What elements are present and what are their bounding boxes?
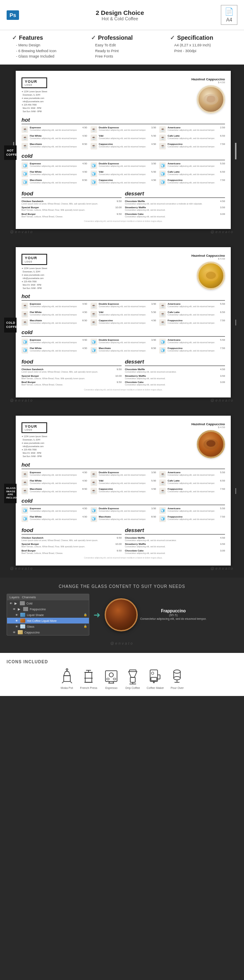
layers-panel[interactable]: Layers Channels 👁 ▶ Cold 👁 ▶ Frappuccino…	[7, 594, 89, 636]
fp: 9.50	[117, 368, 122, 371]
item-price: 4.50	[151, 143, 156, 145]
document-icon: 📄	[225, 7, 234, 16]
coffee-icon-7: ☕	[22, 143, 28, 149]
food-price: 10.00	[115, 206, 122, 209]
a4-label: A4	[226, 17, 232, 23]
list-item: 🧊Macchiato8.50Consectetur adipiscing eli…	[91, 347, 156, 354]
item-name: Double Espresso	[99, 126, 119, 129]
food-cat-header: food	[22, 190, 122, 198]
item-desc: Consectetur adipiscing elit, sed do eius…	[167, 173, 225, 176]
list-item: ☕Cafe Latte6.50Consectetur adipiscing el…	[159, 479, 225, 486]
fd: Beef Tomato, Lettuce, Wheat Bread, Chees…	[22, 552, 122, 555]
cli3: 🧊	[159, 339, 166, 345]
fp: 10.00	[115, 543, 122, 545]
moka-pot-label: Moka Pot	[61, 686, 73, 689]
list-item: Chocolate Cake3.00Consectetur adipiscing…	[125, 381, 225, 386]
cold-cat-2: cold	[22, 329, 225, 337]
check-icon-1: ✓	[12, 34, 17, 41]
gci5: 🧊	[91, 515, 97, 522]
header: Ps 2 Design Choice Hot & Cold Coffee 📄 A…	[0, 0, 244, 30]
list-item: 🧊Americano5.50Consectetur adipiscing eli…	[159, 507, 225, 514]
gci2: 🧊	[91, 507, 97, 514]
envato-watermark-1: @envato	[10, 230, 33, 234]
cold-coffee-label: COLDCOFFEE	[4, 318, 17, 332]
list-item: Special Burger10.00 Beef Tomato, Lettuce…	[22, 206, 122, 212]
fd: Beef Tomato, Lettuce, Wheat Bread, Chees…	[22, 383, 122, 386]
svg-point-35	[151, 672, 154, 674]
coffee-header-right-glass: Hazelnut Cappuccino $ 4.50	[191, 422, 225, 458]
ci4: ☕	[22, 311, 28, 318]
id: Consectetur adipiscing elit, sed do eius…	[167, 341, 225, 344]
frapp-price: ($5.5)	[140, 613, 206, 617]
folder-icon: ▶	[14, 602, 17, 605]
food-column-3: food Chicken Sandwich9.50Lorem ipsum dol…	[22, 524, 122, 555]
item-desc: Consectetur adipiscing elit, sed do eius…	[30, 181, 87, 184]
ip: 5.50	[220, 471, 225, 474]
gci3: 🧊	[159, 507, 166, 514]
list-item: Chocolate Waffle4.50 Consectetur adipisc…	[125, 200, 225, 205]
feature-title-features: ✓ Features	[12, 34, 43, 41]
hot-coffee-section: HOTCOFFEE ⑁ YOUR LOGO ✦ 1234 Lorem Ipsum…	[0, 65, 244, 241]
layer-name: Glass	[27, 625, 82, 628]
layer-glass[interactable]: 👁 Glass 🔒	[7, 624, 89, 629]
layer-hot-coffee[interactable]: 👁 Hot Coffee Liquid More	[7, 618, 89, 624]
menu-footer-hot: Consectetur adipiscing elit, sed do eius…	[22, 220, 225, 222]
layer-thumbnail	[20, 601, 25, 605]
feature-title-professional: ✓ Professional	[91, 34, 133, 41]
layer-name: Cappuccino	[24, 631, 87, 634]
ip: 4.50	[82, 303, 87, 305]
list-item: Chocolate Cake3.00 Consectetur adipiscin…	[125, 213, 225, 218]
ci5: ☕	[91, 311, 97, 318]
layer-cappuccino[interactable]: 👁 Cappuccino	[7, 629, 89, 635]
id: Consectetur adipiscing elit, sed do eius…	[99, 510, 156, 513]
list-item: ☕ Americano2.50 Consectetur adipiscing e…	[159, 126, 225, 133]
list-item: ☕ Flat White4.50 Consectetur adipiscing …	[22, 135, 87, 141]
layer-cold[interactable]: 👁 ▶ Cold	[7, 600, 89, 606]
item-price: 5.50	[151, 135, 156, 137]
list-item: ☕Americano5.50Consectetur adipiscing eli…	[159, 471, 225, 478]
layer-thumbnail	[20, 619, 25, 623]
ip: 6.50	[220, 479, 225, 482]
in: Cafe Latte	[167, 479, 179, 482]
hot-items-grid: ☕ Espresso4.50 Consectetur adipiscing el…	[22, 126, 225, 149]
cold-icon-3: 🧊	[159, 162, 166, 169]
features-bar: ✓ Features - Menu Design- 6 Brewing Meth…	[0, 30, 244, 65]
layer-frappuccino[interactable]: 👁 ▶ Frappuccino	[7, 606, 89, 612]
glass-coffee-menu-card: YOUR LOGO ✦ 1234 Lorem Ipsum Street Down…	[16, 416, 231, 566]
list-item: ☕Americano5.50Consectetur adipiscing eli…	[159, 303, 225, 309]
header-title: 2 Design Choice Hot & Cold Coffee	[96, 9, 144, 21]
icon-moka-pot: Moka Pot	[60, 668, 74, 689]
dp: 4.50	[220, 537, 225, 539]
layer-liquid-shade[interactable]: 👁 Liquid Shade 🔒	[7, 612, 89, 618]
feature-professional: ✓ Professional Easy To EditReady to Prin…	[91, 34, 153, 60]
item-price: 5.50	[220, 162, 225, 165]
item-desc: Consectetur adipiscing elit, sed do eius…	[167, 129, 225, 132]
list-item: ☕Double Espresso3.50Consectetur adipisci…	[91, 471, 156, 478]
espresso-label: Espresso	[105, 686, 117, 689]
item-price: 6.50	[220, 135, 225, 137]
list-item: ☕Vdd5.50Consectetur adipiscing elit, sed…	[91, 479, 156, 486]
menu-footer-cold: Consectetur adipiscing elit, sed do eius…	[22, 389, 225, 391]
hot-coffee-label: HOTCOFFEE	[4, 145, 17, 160]
coffee-icon-5: ☕	[91, 135, 97, 141]
cli2: 🧊	[91, 339, 97, 345]
item-desc: Consectetur adipiscing elit, sed do eius…	[167, 165, 225, 168]
layers-tab: Layers	[10, 595, 19, 599]
item-name: Cafe Latte	[167, 135, 179, 137]
cold-items-grid-3: 🧊Espresso4.50Consectetur adipiscing elit…	[22, 507, 225, 522]
svg-point-4	[206, 440, 215, 447]
envato-watermark-3: @envato	[10, 398, 33, 402]
coffee-name-glass: Hazelnut Cappuccino	[191, 422, 225, 426]
in: Americano	[167, 507, 180, 510]
in: Americano	[167, 471, 180, 474]
knife-icon-3: |	[231, 416, 241, 566]
in: Espresso	[30, 507, 41, 510]
gi6: ☕	[159, 479, 166, 486]
item-name: Double Espresso	[99, 162, 119, 165]
dn: Chocolate Waffle	[125, 537, 145, 539]
icons-label: ICONS INCLUDED	[7, 660, 237, 664]
ip: 5.50	[151, 479, 156, 482]
list-item: 🧊Double Espresso3.50Consectetur adipisci…	[91, 507, 156, 514]
dessert-name: Chocolate Cake	[125, 213, 144, 215]
cold-icon-7: 🧊	[22, 179, 28, 185]
